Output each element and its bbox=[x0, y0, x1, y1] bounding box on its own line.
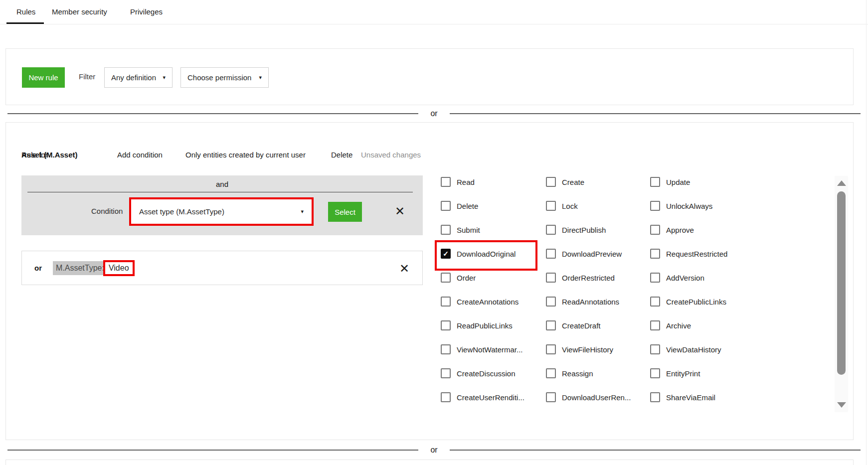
permission-shareviaemail[interactable]: ShareViaEmail bbox=[650, 391, 752, 403]
select-button[interactable]: Select bbox=[328, 202, 362, 222]
delete-rule-button[interactable]: Delete bbox=[331, 151, 352, 159]
permissions-scrollbar[interactable] bbox=[835, 176, 848, 412]
checkbox-icon[interactable] bbox=[546, 177, 556, 187]
checkbox-icon[interactable] bbox=[546, 368, 556, 378]
permission-label: ViewFileHistory bbox=[562, 345, 613, 354]
checkbox-icon[interactable] bbox=[546, 225, 556, 235]
permission-readpubliclinks[interactable]: ReadPublicLinks bbox=[441, 319, 543, 331]
permission-label: AddVersion bbox=[666, 274, 704, 282]
checkbox-icon[interactable] bbox=[441, 320, 451, 330]
new-rule-button[interactable]: New rule bbox=[22, 67, 65, 88]
permission-lock[interactable]: Lock bbox=[546, 200, 648, 212]
rule-card: Rule for Asset (M.Asset) Add condition O… bbox=[5, 122, 854, 440]
divider-line bbox=[7, 450, 418, 451]
permission-submit[interactable]: Submit bbox=[441, 224, 543, 236]
checkbox-icon[interactable] bbox=[650, 225, 660, 235]
checkbox-icon[interactable] bbox=[546, 320, 556, 330]
checkbox-checked-icon[interactable]: ✓ bbox=[441, 249, 451, 259]
condition-label: Condition bbox=[91, 207, 123, 215]
permission-readannotations[interactable]: ReadAnnotations bbox=[546, 296, 648, 308]
condition-type-dropdown[interactable]: Asset type (M.AssetType) ▾ bbox=[129, 197, 314, 226]
remove-or-condition-icon[interactable]: ✕ bbox=[399, 263, 409, 275]
permission-order[interactable]: Order bbox=[441, 272, 543, 284]
checkbox-icon[interactable] bbox=[650, 297, 660, 307]
permission-requestrestricted[interactable]: RequestRestricted bbox=[650, 248, 752, 260]
divider-line bbox=[450, 450, 861, 451]
checkbox-icon[interactable] bbox=[441, 344, 451, 354]
permission-downloaduserren[interactable]: DownloadUserRen... bbox=[546, 391, 648, 403]
permission-label: CreateDiscussion bbox=[457, 369, 516, 378]
scroll-down-icon[interactable] bbox=[837, 402, 846, 408]
checkbox-icon[interactable] bbox=[546, 297, 556, 307]
chevron-down-icon: ▾ bbox=[259, 75, 262, 80]
permission-label: Update bbox=[666, 178, 690, 186]
add-condition-button[interactable]: Add condition bbox=[117, 151, 163, 159]
permission-label: DownloadPreview bbox=[562, 250, 622, 258]
checkbox-icon[interactable] bbox=[650, 344, 660, 354]
permission-update[interactable]: Update bbox=[650, 176, 752, 188]
permission-reassign[interactable]: Reassign bbox=[546, 367, 648, 379]
checkbox-icon[interactable] bbox=[441, 177, 451, 187]
permission-unlockalways[interactable]: UnlockAlways bbox=[650, 200, 752, 212]
tab-member-security[interactable]: Member security bbox=[52, 7, 107, 16]
permission-viewdatahistory[interactable]: ViewDataHistory bbox=[650, 343, 752, 355]
permission-viewnotwatermar[interactable]: ViewNotWatermar... bbox=[441, 343, 543, 355]
permission-filter-dropdown[interactable]: Choose permission ▾ bbox=[180, 67, 269, 88]
definition-filter-dropdown[interactable]: Any definition ▾ bbox=[104, 67, 173, 88]
checkbox-icon[interactable] bbox=[650, 320, 660, 330]
condition-or-row: or M.AssetType: Video ✕ bbox=[21, 251, 423, 285]
permission-approve[interactable]: Approve bbox=[650, 224, 752, 236]
permission-orderrestricted[interactable]: OrderRestricted bbox=[546, 272, 648, 284]
permission-delete[interactable]: Delete bbox=[441, 200, 543, 212]
checkbox-icon[interactable] bbox=[441, 297, 451, 307]
permission-createannotations[interactable]: CreateAnnotations bbox=[441, 296, 543, 308]
permission-directpublish[interactable]: DirectPublish bbox=[546, 224, 648, 236]
permission-createpubliclinks[interactable]: CreatePublicLinks bbox=[650, 296, 752, 308]
checkbox-icon[interactable] bbox=[546, 392, 556, 402]
checkbox-icon[interactable] bbox=[650, 249, 660, 259]
permission-downloadpreview[interactable]: DownloadPreview bbox=[546, 248, 648, 260]
permission-archive[interactable]: Archive bbox=[650, 319, 752, 331]
checkbox-icon[interactable] bbox=[441, 201, 451, 211]
permission-label: Read bbox=[457, 178, 475, 186]
checkbox-icon[interactable] bbox=[546, 344, 556, 354]
page-right-border bbox=[866, 0, 867, 465]
permission-viewfilehistory[interactable]: ViewFileHistory bbox=[546, 343, 648, 355]
checkbox-icon[interactable] bbox=[546, 249, 556, 259]
checkbox-icon[interactable] bbox=[546, 201, 556, 211]
checkbox-icon[interactable] bbox=[650, 273, 660, 283]
permission-label: CreatePublicLinks bbox=[666, 298, 726, 306]
tab-rules[interactable]: Rules bbox=[16, 7, 35, 16]
permission-entityprint[interactable]: EntityPrint bbox=[650, 367, 752, 379]
tab-privileges[interactable]: Privileges bbox=[130, 7, 163, 16]
checkbox-icon[interactable] bbox=[441, 225, 451, 235]
checkbox-icon[interactable] bbox=[441, 273, 451, 283]
checkbox-icon[interactable] bbox=[650, 368, 660, 378]
permission-downloadoriginal[interactable]: ✓DownloadOriginal bbox=[441, 248, 543, 260]
only-entities-toggle[interactable]: Only entities created by current user bbox=[185, 151, 306, 159]
or-divider-label: or bbox=[418, 446, 449, 455]
permission-label: ReadPublicLinks bbox=[457, 321, 513, 330]
condition-expression[interactable]: M.AssetType: Video bbox=[53, 260, 135, 276]
checkbox-icon[interactable] bbox=[650, 392, 660, 402]
checkbox-icon[interactable] bbox=[650, 177, 660, 187]
checkbox-icon[interactable] bbox=[441, 368, 451, 378]
permission-addversion[interactable]: AddVersion bbox=[650, 272, 752, 284]
permission-createuserrenditi[interactable]: CreateUserRenditi... bbox=[441, 391, 543, 403]
permission-creatediscussion[interactable]: CreateDiscussion bbox=[441, 367, 543, 379]
permission-label: ShareViaEmail bbox=[666, 393, 715, 402]
permission-read[interactable]: Read bbox=[441, 176, 543, 188]
permission-label: DirectPublish bbox=[562, 226, 606, 234]
scroll-up-icon[interactable] bbox=[837, 180, 846, 186]
permission-create[interactable]: Create bbox=[546, 176, 648, 188]
permission-label: ViewDataHistory bbox=[666, 345, 721, 354]
permission-createdraft[interactable]: CreateDraft bbox=[546, 319, 648, 331]
checkbox-icon[interactable] bbox=[546, 273, 556, 283]
checkbox-icon[interactable] bbox=[441, 392, 451, 402]
checkbox-icon[interactable] bbox=[650, 201, 660, 211]
scrollbar-thumb[interactable] bbox=[837, 191, 846, 375]
permission-label: Lock bbox=[562, 202, 578, 210]
condition-value[interactable]: Video bbox=[103, 260, 135, 276]
remove-condition-icon[interactable]: ✕ bbox=[395, 205, 405, 217]
permission-label: OrderRestricted bbox=[562, 274, 615, 282]
